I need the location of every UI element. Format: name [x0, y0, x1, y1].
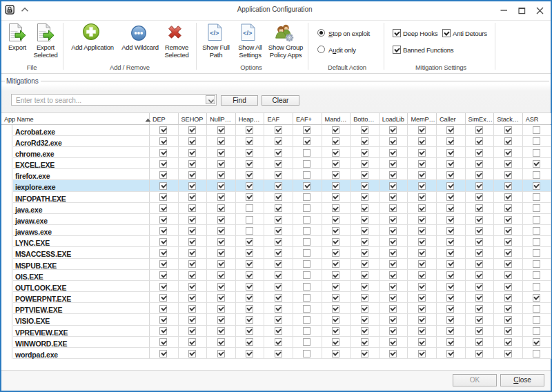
- svg-text:</>: </>: [243, 30, 252, 37]
- svg-text:</>: </>: [210, 30, 219, 37]
